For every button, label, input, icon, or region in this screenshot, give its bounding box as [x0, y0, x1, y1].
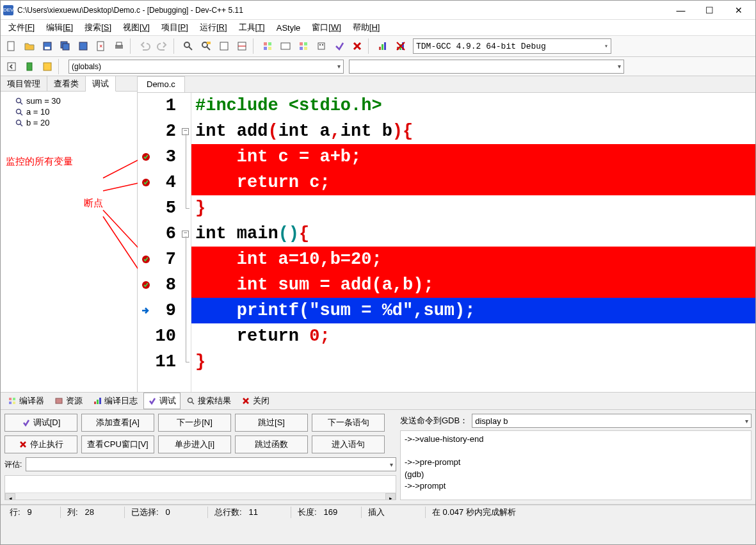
save-icon[interactable]	[39, 38, 56, 54]
function-select[interactable]: ▾	[349, 60, 624, 74]
debug-btn-停止执行[interactable]: 停止执行	[4, 435, 77, 453]
open-file-icon[interactable]	[21, 38, 38, 54]
fold-cell	[180, 247, 191, 272]
bottom-tab-4[interactable]: 搜索结果	[182, 393, 236, 409]
code-line[interactable]: }	[191, 195, 755, 221]
gutter-line[interactable]: 10	[138, 323, 176, 349]
debug-btn-下一步[N][interactable]: 下一步[N]	[158, 414, 231, 432]
watch-item[interactable]: a = 10	[4, 106, 133, 117]
editor-tab-demo[interactable]: Demo.c	[138, 76, 185, 92]
svg-point-43	[17, 120, 21, 124]
left-tab-0[interactable]: 项目管理	[1, 76, 47, 91]
code-line[interactable]: return c;	[191, 170, 755, 195]
debug-btn-跳过函数[interactable]: 跳过函数	[235, 435, 308, 453]
menu-运行[interactable]: 运行[R]	[195, 20, 232, 35]
debug-btn-添加查看[A][interactable]: 添加查看[A]	[81, 414, 154, 432]
find-next-icon[interactable]	[216, 38, 232, 54]
code-line[interactable]: return 0;	[191, 323, 755, 349]
menu-搜索[interactable]: 搜索[S]	[79, 20, 117, 35]
gutter-line[interactable]: 7	[138, 247, 176, 272]
debug-btn-查看CPU窗口[V][interactable]: 查看CPU窗口[V]	[81, 435, 154, 453]
gutter-line[interactable]: 4	[138, 170, 176, 195]
save-as-icon[interactable]	[75, 38, 92, 54]
profile-icon[interactable]	[374, 38, 391, 54]
left-tab-1[interactable]: 查看类	[47, 76, 86, 91]
code-area[interactable]: 1234567891011 −− #include <stdio.h>int a…	[138, 93, 755, 392]
menu-视图[interactable]: 视图[V]	[118, 20, 155, 35]
goto-icon[interactable]	[39, 58, 56, 75]
gutter-line[interactable]: 8	[138, 272, 176, 298]
save-all-icon[interactable]	[57, 38, 74, 54]
debug-btn-下一条语句[interactable]: 下一条语句	[312, 414, 385, 432]
delete-profile-icon[interactable]	[392, 38, 409, 54]
bottom-tab-5[interactable]: 关闭	[237, 393, 274, 409]
gutter-line[interactable]: 3	[138, 144, 176, 170]
menu-项目[interactable]: 项目[P]	[156, 20, 193, 35]
gutter-line[interactable]: 5	[138, 195, 176, 221]
new-file-icon[interactable]	[3, 38, 20, 54]
back-icon[interactable]	[3, 58, 20, 75]
code-line[interactable]: int add(int a,int b){	[191, 118, 755, 144]
menu-编辑[interactable]: 编辑[E]	[41, 20, 78, 35]
bottom-tab-2[interactable]: 编译日志	[88, 393, 142, 409]
menu-工具[interactable]: 工具[T]	[234, 20, 270, 35]
debug-btn-跳过[S][interactable]: 跳过[S]	[235, 414, 308, 432]
compiler-select[interactable]: TDM-GCC 4.9.2 64-bit Debug▾	[413, 38, 611, 54]
debug-btn-单步进入[i][interactable]: 单步进入[i]	[158, 435, 231, 453]
eval-input[interactable]: ▾	[26, 457, 396, 471]
svg-rect-4	[63, 44, 69, 50]
fold-cell[interactable]: −	[180, 221, 191, 247]
gutter-line[interactable]: 11	[138, 349, 176, 375]
bottom-tab-0[interactable]: 编译器	[3, 393, 49, 409]
code-line[interactable]: int c = a+b;	[191, 144, 755, 170]
menu-帮助[interactable]: 帮助[H]	[348, 20, 385, 35]
svg-rect-56	[13, 402, 15, 404]
debug-btn-进入语句[interactable]: 进入语句	[312, 435, 385, 453]
undo-icon[interactable]	[136, 38, 153, 54]
globals-select[interactable]: (globals)▾	[68, 60, 344, 74]
code-line[interactable]: int sum = add(a,b);	[191, 272, 755, 298]
code-line[interactable]: int a=10,b=20;	[191, 247, 755, 272]
minimize-button[interactable]: —	[666, 1, 695, 19]
gutter-line[interactable]: 9	[138, 298, 176, 323]
find-icon[interactable]	[180, 38, 197, 54]
eval-output[interactable]: ◂▸	[4, 475, 396, 500]
close-doc-icon[interactable]: ×	[93, 38, 109, 54]
gutter-line[interactable]: 6	[138, 221, 176, 247]
svg-rect-22	[281, 43, 290, 49]
editor-tabs: Demo.c	[138, 76, 755, 93]
gutter-line[interactable]: 2	[138, 118, 176, 144]
redo-icon[interactable]	[154, 38, 171, 54]
watch-item[interactable]: sum = 30	[4, 95, 133, 106]
watch-item[interactable]: b = 20	[4, 117, 133, 128]
replace-icon[interactable]	[198, 38, 214, 54]
menu-AStyle[interactable]: AStyle	[271, 22, 306, 34]
fold-cell[interactable]: −	[180, 118, 191, 144]
compile-icon[interactable]	[259, 38, 276, 54]
debug-btn-调试[D][interactable]: 调试[D]	[4, 414, 77, 432]
code-line[interactable]: printf("sum = %d",sum);	[191, 298, 755, 323]
maximize-button[interactable]: ☐	[695, 1, 724, 19]
code-line[interactable]: int main(){	[191, 221, 755, 247]
bookmark-icon[interactable]	[21, 58, 38, 75]
gutter-line[interactable]: 1	[138, 93, 176, 118]
bottom-tab-1[interactable]: 资源	[50, 393, 87, 409]
gdb-command-input[interactable]: display b▾	[472, 414, 752, 428]
rebuild-icon[interactable]	[313, 38, 330, 54]
svg-rect-18	[264, 42, 267, 45]
bottom-tab-3[interactable]: 调试	[143, 393, 181, 409]
compile-run-icon[interactable]	[295, 38, 312, 54]
code-line[interactable]: #include <stdio.h>	[191, 93, 755, 118]
gdb-output[interactable]: ->->value-history-end ->->pre-prompt(gdb…	[400, 430, 752, 500]
menu-窗口[interactable]: 窗口[W]	[307, 20, 346, 35]
code-line[interactable]: }	[191, 349, 755, 375]
goto-line-icon[interactable]	[234, 38, 250, 54]
menu-文件[interactable]: 文件[F]	[3, 20, 40, 35]
run-icon[interactable]	[277, 38, 294, 54]
left-tab-2[interactable]: 调试	[86, 76, 116, 92]
debug-icon[interactable]	[331, 38, 348, 54]
fold-cell	[180, 323, 191, 349]
stop-icon[interactable]	[349, 38, 366, 54]
print-icon[interactable]	[111, 38, 127, 54]
close-button[interactable]: ✕	[724, 1, 753, 19]
